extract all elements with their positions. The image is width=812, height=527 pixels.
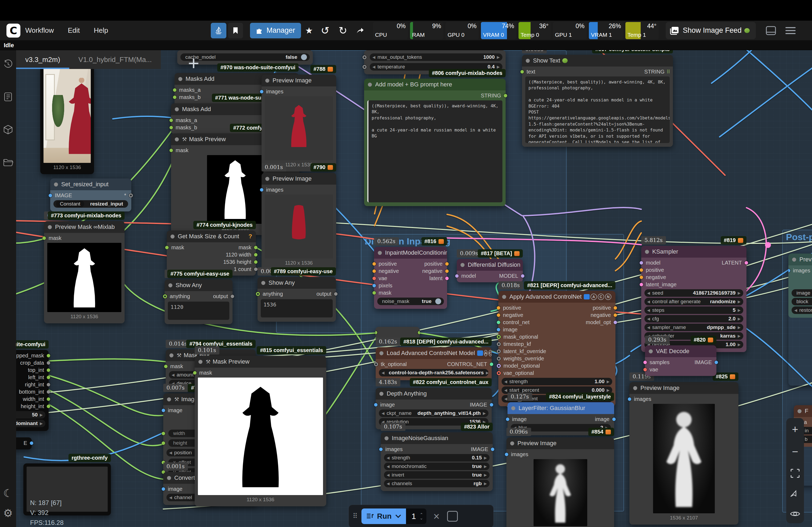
output-slot-dot[interactable]: [613, 306, 617, 310]
input-slot-dot[interactable]: [497, 328, 500, 331]
undo-button[interactable]: ↺: [317, 23, 333, 39]
output-slot-dot[interactable]: [362, 65, 366, 69]
collapse-dot-icon[interactable]: [178, 77, 182, 81]
input-slot-dot[interactable]: [373, 262, 376, 266]
text-area[interactable]: ((Masterpiece, best quality)), award-win…: [525, 76, 670, 143]
input-slot-dot[interactable]: [373, 269, 376, 273]
node-title-bar[interactable]: Preview Image: [262, 173, 336, 185]
input-slot-dot[interactable]: [640, 268, 643, 272]
prompt-806[interactable]: #806 comfyui-mixlab-nodesAdd model + BG …: [364, 79, 506, 206]
collapse-dot-icon[interactable]: [175, 107, 179, 111]
input-slot-dot[interactable]: [497, 364, 501, 368]
output-slot-dot[interactable]: [445, 269, 449, 273]
widget-arrow[interactable]: ◀: [794, 308, 797, 312]
output-slot-dot[interactable]: [47, 397, 50, 401]
widget-steps[interactable]: ◀steps5▶: [644, 306, 743, 314]
output-slot-dot[interactable]: [254, 253, 258, 257]
node-title-bar[interactable]: ⚒Mask Preview: [195, 356, 326, 367]
node-title-bar[interactable]: InpaintModelConditioning: [374, 247, 447, 259]
widget-cfg[interactable]: ◀cfg2.0▶: [644, 315, 743, 322]
input-slot-dot[interactable]: [164, 365, 168, 368]
input-slot-dot[interactable]: [173, 95, 176, 99]
preview-mask-773[interactable]: 0.001s#773 comfyui-mixlab-nodesPreview M…: [44, 221, 125, 323]
input-slot-dot[interactable]: [373, 291, 376, 295]
drag-handle-icon[interactable]: ⠿: [352, 514, 358, 518]
menu-help[interactable]: Help: [94, 26, 108, 35]
collapse-dot-icon[interactable]: [167, 397, 171, 402]
widget-arrow[interactable]: ◀: [381, 371, 385, 375]
input-slot-dot[interactable]: [374, 403, 378, 407]
widget-arrow[interactable]: ▶: [484, 464, 487, 468]
output-slot-dot[interactable]: [47, 390, 50, 394]
output-slot-dot[interactable]: [504, 94, 507, 97]
output-slot-dot[interactable]: [30, 441, 33, 445]
input-slot-dot[interactable]: [497, 335, 501, 339]
preview-image-854[interactable]: 0.096s#854Preview Imageimages 1536 x 210…: [506, 437, 614, 527]
apply-advanced-controlnet-821[interactable]: 0.018s#821 [DEPR] comfyui-advanced...App…: [498, 291, 615, 406]
input-slot-dot[interactable]: [379, 448, 383, 451]
hamburger-menu-icon[interactable]: [785, 27, 796, 34]
zoom-in-icon[interactable]: +: [792, 424, 798, 435]
widget-arrow[interactable]: ◀: [647, 291, 650, 295]
collapse-dot-icon[interactable]: [54, 182, 58, 186]
collapse-dot-icon[interactable]: [265, 79, 269, 82]
help-icon[interactable]: ?: [249, 233, 252, 240]
toggle-cache_model[interactable]: cache_modelfalse: [180, 54, 309, 61]
preview-image-790[interactable]: 0.001s#790Preview Imageimages1120 x 1536: [262, 173, 336, 270]
node-title-bar[interactable]: VAE Decode: [645, 345, 716, 357]
collapse-dot-icon[interactable]: [385, 436, 389, 440]
node-canvas[interactable]: Diffusion InpaintingPost-pro: [0, 50, 812, 527]
collapse-dot-icon[interactable]: [379, 351, 383, 355]
node-title-bar[interactable]: Get Mask Size & Count?: [167, 230, 256, 242]
favorites-button[interactable]: ★: [303, 23, 316, 39]
node-library-icon[interactable]: [2, 91, 14, 103]
collapse-dot-icon[interactable]: [368, 82, 372, 87]
output-slot-dot[interactable]: [254, 260, 258, 264]
chevron-down-icon[interactable]: [395, 514, 401, 518]
widget-arrow[interactable]: ▶: [40, 421, 43, 425]
output-slot-dot[interactable]: [613, 313, 617, 317]
input-slot-dot[interactable]: [640, 275, 643, 279]
widget-arrow[interactable]: ▶: [484, 456, 487, 460]
run-button[interactable]: Run: [361, 509, 406, 524]
node-title-bar[interactable]: Preview Image: [629, 382, 738, 394]
output-slot-dot[interactable]: [47, 354, 50, 358]
widget-control-after-generate[interactable]: ◀control after generaterandomize▶: [644, 298, 743, 305]
input-slot-dot[interactable]: [506, 418, 509, 421]
preview-image-788[interactable]: #788Preview Imageimages1120 x 1536: [262, 75, 336, 171]
widget-block[interactable]: block: [792, 298, 812, 305]
node-title-bar[interactable]: Depth Anything: [376, 388, 492, 400]
redo-button[interactable]: ↺: [335, 23, 351, 39]
load-advanced-controlnet-818[interactable]: 0.162s#818 [DEPR] comfyui-advanced...Loa…: [376, 347, 492, 380]
node-title-bar[interactable]: Differential Diffusion: [457, 259, 523, 271]
collapse-dot-icon[interactable]: [378, 251, 382, 255]
vae-decode-820[interactable]: 0.293s#820VAE DecodesamplesIMAGEvae: [645, 345, 716, 376]
output-slot-dot[interactable]: [47, 361, 50, 365]
widget-arrow[interactable]: ▶: [738, 317, 741, 321]
widget-arrow[interactable]: ◀: [373, 65, 375, 69]
node-title-bar[interactable]: Set_resized_input: [50, 178, 131, 190]
input-slot-dot[interactable]: [643, 361, 647, 364]
collapse-dot-icon[interactable]: [511, 406, 515, 410]
widget-arrow[interactable]: ▶: [483, 411, 486, 416]
batch-count-stepper[interactable]: 1 ⌃⌃: [406, 509, 426, 524]
output-slot-dot[interactable]: [334, 292, 337, 296]
widget-monochromatic[interactable]: ◀monochromatictrue▶: [384, 463, 490, 470]
fit-view-icon[interactable]: [790, 468, 800, 478]
node-title-bar[interactable]: Preview Image: [262, 75, 336, 86]
menu-workflow[interactable]: Workflow: [25, 26, 54, 35]
collapse-dot-icon[interactable]: [461, 263, 465, 267]
output-slot-dot[interactable]: [445, 262, 449, 266]
history-icon[interactable]: [2, 58, 14, 70]
theme-toggle-moon-icon[interactable]: ☾: [2, 487, 14, 499]
widget-arrow[interactable]: ▶: [738, 334, 741, 338]
collapse-dot-icon[interactable]: [167, 476, 171, 480]
collapse-dot-icon[interactable]: [48, 225, 52, 229]
widget-arrow[interactable]: ▶: [497, 55, 500, 59]
widget-arrow[interactable]: ◀: [381, 411, 385, 416]
stop-button[interactable]: [447, 511, 458, 522]
input-slot-dot[interactable]: [788, 269, 790, 272]
toggle-knob[interactable]: [435, 298, 441, 304]
node-title-bar[interactable]: Show Text: [522, 55, 673, 66]
toggle-visibility-eye-icon[interactable]: [790, 510, 800, 517]
